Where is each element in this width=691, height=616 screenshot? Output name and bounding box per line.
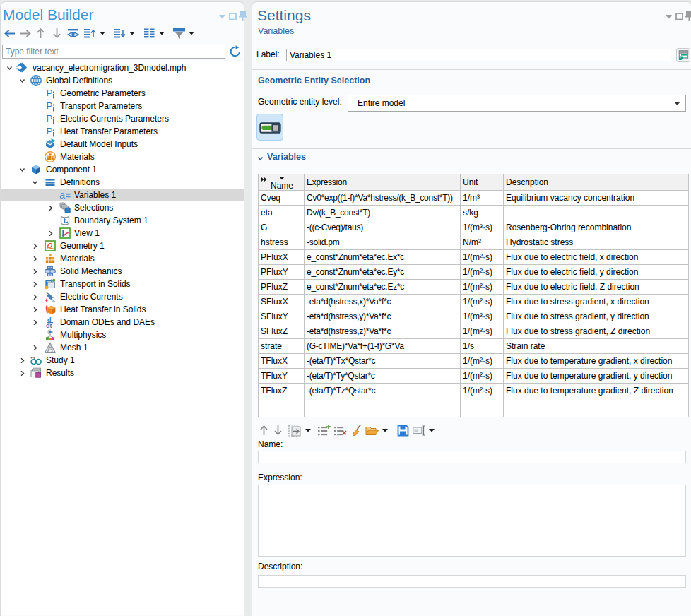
- svg-text:P: P: [47, 88, 53, 98]
- svg-text:dt: dt: [46, 322, 52, 328]
- svg-text:a: a: [59, 189, 66, 201]
- svg-text:P: P: [47, 100, 53, 111]
- svg-text:P: P: [47, 126, 53, 136]
- svg-text:P: P: [47, 113, 53, 124]
